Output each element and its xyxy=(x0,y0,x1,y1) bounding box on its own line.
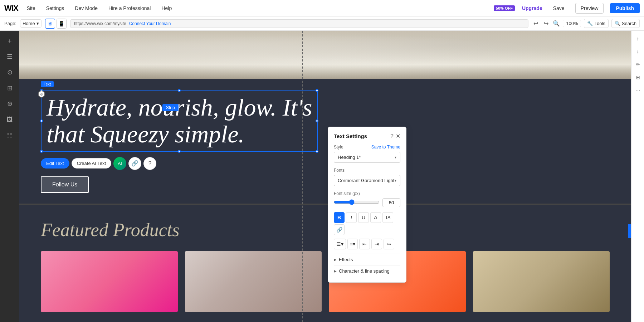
align-toolbar: ☰▾ ≡▾ ⇤ ⇥ ⇦ xyxy=(334,239,400,249)
publish-button[interactable]: Publish xyxy=(610,3,640,13)
save-button[interactable]: Save xyxy=(549,3,569,13)
handle-br[interactable] xyxy=(316,150,318,153)
italic-button[interactable]: I xyxy=(346,212,357,223)
right-more-icon[interactable]: ⋯ xyxy=(633,85,643,95)
font-selector[interactable]: Cormorant Garamond Light ▾ xyxy=(334,175,400,186)
search-label: Search xyxy=(622,21,636,26)
effects-label: Effects xyxy=(339,257,353,262)
indent-decrease-button[interactable]: ⇤ xyxy=(359,239,370,249)
help-button[interactable]: ? xyxy=(143,157,156,170)
char-spacing-arrow: ▶ xyxy=(334,269,337,273)
text-color-button[interactable]: A xyxy=(370,212,381,223)
sidebar-images-icon[interactable]: 🖼 xyxy=(3,112,17,127)
handle-ml[interactable] xyxy=(40,119,43,122)
nav-hire[interactable]: Hire a Professional xyxy=(106,4,153,13)
style-selector[interactable]: Heading 1* ▾ xyxy=(334,152,400,163)
follow-us-button[interactable]: Follow Us xyxy=(41,176,89,193)
panel-header: Text Settings ? ✕ xyxy=(334,133,400,140)
highlight-button[interactable]: TA xyxy=(382,212,393,223)
mobile-view-button[interactable]: 📱 xyxy=(57,19,67,29)
text-element[interactable]: Text Hydrate, nourish, glow. It's that S… xyxy=(41,90,318,152)
right-pen-icon[interactable]: ✏ xyxy=(633,59,643,69)
page-label: Page: xyxy=(4,21,16,26)
sidebar-components-icon[interactable]: ⊞ xyxy=(3,81,17,95)
products-grid xyxy=(41,251,610,312)
sidebar-pages-icon[interactable]: ☰ xyxy=(3,49,17,64)
upgrade-badge: 50% OFF xyxy=(494,5,515,11)
tools-icon: 🔧 xyxy=(587,21,593,26)
text-handle-bar: Text xyxy=(41,81,54,87)
font-size-input[interactable]: 80 xyxy=(382,198,400,207)
bold-button[interactable]: B xyxy=(334,212,345,223)
nav-site[interactable]: Site xyxy=(25,4,38,13)
undo-button[interactable]: ↩ xyxy=(532,19,540,28)
ai-icon-button[interactable]: AI xyxy=(113,157,126,170)
align-dropdown[interactable]: ☰▾ xyxy=(334,239,346,249)
style-value: Heading 1* xyxy=(338,155,361,160)
fonts-section: Fonts Cormorant Garamond Light ▾ xyxy=(334,168,400,186)
top-toolbar: WIX Site Settings Dev Mode Hire a Profes… xyxy=(0,0,644,16)
redo-button[interactable]: ↪ xyxy=(542,19,550,28)
indent-increase-button[interactable]: ⇥ xyxy=(371,239,382,249)
sidebar-media-icon[interactable]: ⊙ xyxy=(3,65,17,79)
product-card-1[interactable] xyxy=(41,251,178,312)
sidebar-add-icon[interactable]: ＋ xyxy=(3,34,17,48)
product-image-2 xyxy=(185,251,322,312)
object-handle[interactable]: ⊙ xyxy=(38,91,45,98)
handle-mr[interactable] xyxy=(316,119,318,122)
underline-button[interactable]: U xyxy=(358,212,369,223)
format-toolbar: B I U A TA 🔗 xyxy=(334,212,400,235)
right-down-icon[interactable]: ↓ xyxy=(633,47,643,57)
edit-text-button[interactable]: Edit Text xyxy=(41,158,69,169)
product-card-4[interactable] xyxy=(473,251,610,312)
handle-bl[interactable] xyxy=(40,150,43,153)
tools-label: Tools xyxy=(594,21,605,26)
handle-bc[interactable] xyxy=(178,150,181,153)
url-bar: https://www.wix.com/mysite Connect Your … xyxy=(70,19,529,28)
connect-domain-link[interactable]: Connect Your Domain xyxy=(129,21,171,26)
view-icons: 🖥 📱 xyxy=(45,19,67,29)
style-section: Style Save to Theme Heading 1* ▾ xyxy=(334,145,400,163)
upgrade-button[interactable]: Upgrade xyxy=(522,5,542,11)
search-button[interactable]: 🔍 Search xyxy=(611,19,640,28)
save-to-theme-link[interactable]: Save to Theme xyxy=(371,145,400,150)
page-selector[interactable]: Home ▾ xyxy=(20,19,42,28)
sidebar-layers-icon[interactable]: ☷ xyxy=(3,128,17,142)
right-sidebar: ↑ ↓ ✏ ⊞ ⋯ xyxy=(631,31,644,322)
effects-arrow: ▶ xyxy=(334,258,337,262)
right-up-icon[interactable]: ↑ xyxy=(633,34,643,44)
desktop-view-button[interactable]: 🖥 xyxy=(45,19,55,29)
url-text: https://www.wix.com/mysite xyxy=(74,21,126,26)
address-actions: ↩ ↪ 🔍 100% 🔧 Tools 🔍 Search xyxy=(532,19,640,28)
heading-line2: that Squeezy simple. xyxy=(47,121,244,148)
product-image-1 xyxy=(41,251,178,312)
handle-tr[interactable] xyxy=(316,89,318,92)
panel-help-button[interactable]: ? xyxy=(390,133,394,140)
strip-label[interactable]: Strip xyxy=(162,104,179,111)
char-spacing-section[interactable]: ▶ Character & line spacing xyxy=(334,265,400,277)
product-card-2[interactable] xyxy=(185,251,322,312)
nav-help[interactable]: Help xyxy=(159,4,174,13)
panel-close-button[interactable]: ✕ xyxy=(396,133,400,140)
tools-button[interactable]: 🔧 Tools xyxy=(584,19,608,28)
right-grid-icon[interactable]: ⊞ xyxy=(633,72,643,82)
page-name: Home xyxy=(23,21,35,26)
handle-tc[interactable] xyxy=(178,89,181,92)
rtl-button[interactable]: ⇦ xyxy=(384,239,394,249)
font-size-slider[interactable] xyxy=(334,199,380,206)
preview-button[interactable]: Preview xyxy=(575,3,604,14)
link-button[interactable]: 🔗 xyxy=(128,157,141,170)
font-value: Cormorant Garamond Light xyxy=(338,178,394,183)
nav-settings[interactable]: Settings xyxy=(44,4,67,13)
font-size-label: Font size (px) xyxy=(334,191,400,196)
sidebar-apps-icon[interactable]: ⊕ xyxy=(3,97,17,111)
list-dropdown[interactable]: ≡▾ xyxy=(347,239,358,249)
nav-devmode[interactable]: Dev Mode xyxy=(73,4,100,13)
effects-section[interactable]: ▶ Effects xyxy=(334,254,400,265)
heading-line1: Hydrate, nourish, glow. It's xyxy=(47,94,312,121)
page-selector-arrow: ▾ xyxy=(36,21,39,26)
link-format-button[interactable]: 🔗 xyxy=(334,224,345,235)
panel-header-actions: ? ✕ xyxy=(390,133,400,140)
font-size-range-input[interactable] xyxy=(334,199,380,205)
ai-text-button[interactable]: Create AI Text xyxy=(72,158,111,169)
